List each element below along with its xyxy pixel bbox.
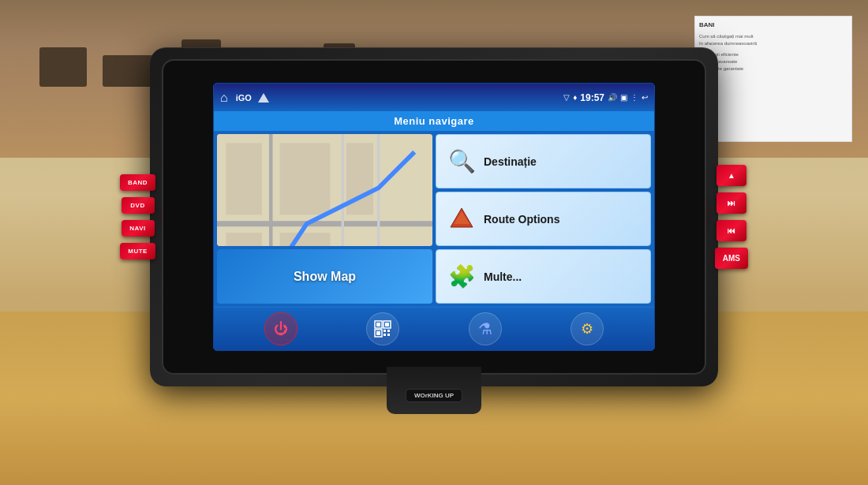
power-icon: ⏻ <box>274 321 288 338</box>
multe-button[interactable]: 🧩 Multe... <box>436 249 651 304</box>
svg-rect-7 <box>280 143 331 215</box>
signal-icon: ♦ <box>573 93 577 102</box>
nav-menu-title: Meniu navigare <box>214 111 654 131</box>
mute-button[interactable]: MUTE <box>120 243 155 259</box>
more-icon[interactable]: ⋮ <box>630 93 638 102</box>
svg-rect-22 <box>387 334 390 336</box>
destinatie-icon: 🔍 <box>446 146 477 177</box>
qr-icon <box>373 319 392 338</box>
status-icons: ▽ ♦ 19:57 🔊 ▣ ⋮ ↩ <box>563 92 648 103</box>
status-bar: ⌂ iGO ▽ ♦ 19:57 🔊 ▣ ⋮ ↩ <box>214 84 654 111</box>
screen: ⌂ iGO ▽ ♦ 19:57 🔊 ▣ ⋮ ↩ <box>213 83 655 351</box>
route-options-icon <box>446 203 477 235</box>
home-button[interactable]: ⌂ <box>220 91 228 105</box>
head-unit-inner: BAND DVD NAVI MUTE ▲ ⏭ ⏮ AMS ⌂ iGO <box>162 59 706 375</box>
wifi-icon: ▽ <box>563 93 570 102</box>
multe-label: Multe... <box>484 270 522 283</box>
qr-button[interactable] <box>366 312 399 345</box>
map-preview <box>217 134 432 246</box>
svg-rect-20 <box>387 330 390 332</box>
head-unit-frame: RST SET TUN SD PWR VOL GPS BAND DVD NAVI… <box>150 47 718 386</box>
clock: 19:57 <box>580 92 604 103</box>
bottom-toolbar: ⏻ <box>214 307 654 350</box>
show-map-button[interactable]: Show Map <box>217 249 432 304</box>
wall-poster: BANI Cum să câștigați mai mult în afacer… <box>694 16 852 142</box>
destinatie-button[interactable]: 🔍 Destinație <box>436 134 651 188</box>
show-map-label: Show Map <box>294 270 356 284</box>
back-icon[interactable]: ↩ <box>642 93 648 102</box>
svg-rect-19 <box>383 330 386 332</box>
settings-icon: ⚙ <box>581 320 593 338</box>
volume-icon: 🔊 <box>608 93 617 102</box>
app-button[interactable]: ⚗ <box>469 312 502 345</box>
nav-triangle-icon <box>258 93 269 103</box>
svg-rect-9 <box>226 233 262 246</box>
app-name: iGO <box>236 93 252 103</box>
svg-rect-18 <box>376 331 380 335</box>
svg-rect-6 <box>226 143 262 215</box>
route-options-label: Route Options <box>484 213 559 226</box>
map-svg <box>217 134 432 246</box>
right-button-panel: ▲ ⏭ ⏮ AMS <box>715 165 748 269</box>
route-options-button[interactable]: Route Options <box>436 192 651 246</box>
svg-rect-16 <box>385 323 389 326</box>
prev-button[interactable]: ⏮ <box>716 220 746 241</box>
screen-content: ⌂ iGO ▽ ♦ 19:57 🔊 ▣ ⋮ ↩ <box>214 84 654 350</box>
ams-button[interactable]: AMS <box>715 248 748 269</box>
eject-button[interactable]: ▲ <box>716 165 746 186</box>
multe-icon: 🧩 <box>446 261 477 293</box>
navi-button[interactable]: NAVI <box>122 220 155 237</box>
left-button-panel: BAND DVD NAVI MUTE <box>120 174 155 259</box>
next-button[interactable]: ⏭ <box>716 192 746 214</box>
destinatie-label: Destinație <box>484 155 537 168</box>
dvd-button[interactable]: DVD <box>122 197 155 214</box>
shelf-item <box>39 47 87 87</box>
brand-label: WOrKING UP <box>406 389 462 402</box>
svg-rect-10 <box>280 233 331 246</box>
settings-button[interactable]: ⚙ <box>571 312 604 345</box>
power-button[interactable]: ⏻ <box>264 312 297 345</box>
battery-icon: ▣ <box>620 93 627 102</box>
app-icon: ⚗ <box>478 319 492 338</box>
svg-rect-21 <box>383 334 386 336</box>
band-button[interactable]: BAND <box>120 174 155 191</box>
menu-grid: 🔍 Destinație Show Map <box>214 131 654 307</box>
svg-rect-14 <box>376 323 380 326</box>
